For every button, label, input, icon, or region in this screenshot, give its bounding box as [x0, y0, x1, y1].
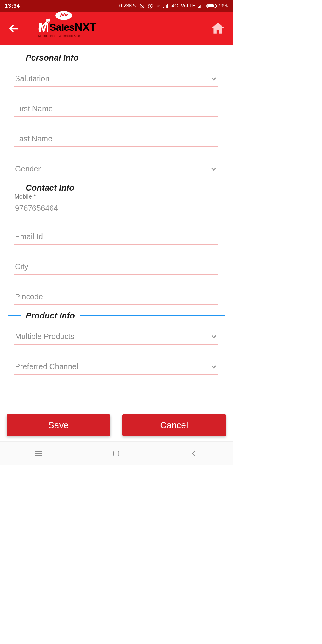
mobile-input[interactable] — [14, 201, 218, 216]
data-transfer-icon — [156, 3, 161, 9]
svg-rect-3 — [166, 5, 167, 8]
svg-rect-8 — [202, 4, 202, 8]
status-battery-pct: 73% — [218, 3, 228, 9]
section-header-product: Product Info — [8, 311, 225, 321]
mobile-label: Mobile * — [14, 193, 218, 200]
nav-home-button[interactable] — [104, 446, 128, 461]
logo-text-nxt: NXT — [75, 21, 96, 34]
logo-m-icon: M — [38, 20, 49, 35]
email-input[interactable] — [14, 230, 218, 245]
vibrate-off-icon — [139, 3, 145, 9]
battery-indicator: 73% — [206, 3, 228, 9]
last-name-input[interactable] — [14, 132, 218, 147]
last-name-field[interactable] — [14, 132, 218, 147]
status-network-label: 4G — [172, 3, 179, 9]
salutation-field[interactable] — [14, 72, 218, 87]
status-time: 13:34 — [5, 3, 20, 9]
section-header-personal: Personal Info — [8, 53, 225, 63]
preferred-channel-field[interactable] — [14, 360, 218, 375]
svg-rect-6 — [199, 6, 200, 8]
svg-rect-7 — [200, 5, 201, 8]
svg-rect-5 — [198, 7, 199, 8]
save-button[interactable]: Save — [7, 414, 110, 436]
app-header: M SalesNXT Muthoot Next Generation Sales — [0, 12, 233, 45]
section-title-product: Product Info — [26, 311, 75, 321]
status-bar: 13:34 0.23K/s 4G VoLTE 73% — [0, 0, 233, 12]
preferred-channel-select[interactable] — [14, 360, 218, 375]
footer-actions: Save Cancel — [0, 411, 233, 441]
svg-rect-4 — [167, 4, 168, 8]
gender-select[interactable] — [14, 162, 218, 177]
email-field[interactable] — [14, 230, 218, 245]
signal-icon-2 — [198, 3, 204, 9]
gender-field[interactable] — [14, 162, 218, 177]
city-field[interactable] — [14, 260, 218, 275]
nav-back-button[interactable] — [182, 446, 206, 461]
section-title-personal: Personal Info — [26, 53, 78, 63]
section-title-contact: Contact Info — [26, 183, 74, 193]
salutation-select[interactable] — [14, 72, 218, 87]
mobile-field[interactable]: Mobile * — [14, 193, 218, 216]
first-name-input[interactable] — [14, 102, 218, 117]
nav-recent-button[interactable] — [27, 446, 51, 461]
app-logo: M SalesNXT Muthoot Next Generation Sales — [38, 20, 96, 38]
multiple-products-field[interactable] — [14, 329, 218, 345]
status-netspeed: 0.23K/s — [119, 3, 137, 9]
pincode-field[interactable] — [14, 290, 218, 305]
system-nav-bar — [0, 441, 233, 465]
back-button[interactable] — [7, 22, 20, 35]
svg-rect-2 — [165, 6, 165, 8]
status-volte-label: VoLTE — [181, 3, 196, 9]
home-button[interactable] — [210, 21, 225, 37]
svg-rect-1 — [163, 7, 164, 8]
svg-rect-12 — [114, 451, 119, 456]
logo-badge-icon — [55, 11, 72, 20]
logo-text-sales: Sales — [49, 21, 75, 33]
signal-icon-1 — [163, 3, 169, 9]
section-header-contact: Contact Info — [8, 183, 225, 193]
city-input[interactable] — [14, 260, 218, 275]
alarm-icon — [147, 3, 153, 9]
pincode-input[interactable] — [14, 290, 218, 305]
cancel-button[interactable]: Cancel — [122, 414, 226, 436]
form-scroll-area[interactable]: Personal Info Contact Info Mobile * — [0, 45, 233, 411]
multiple-products-select[interactable] — [14, 329, 218, 345]
first-name-field[interactable] — [14, 102, 218, 117]
